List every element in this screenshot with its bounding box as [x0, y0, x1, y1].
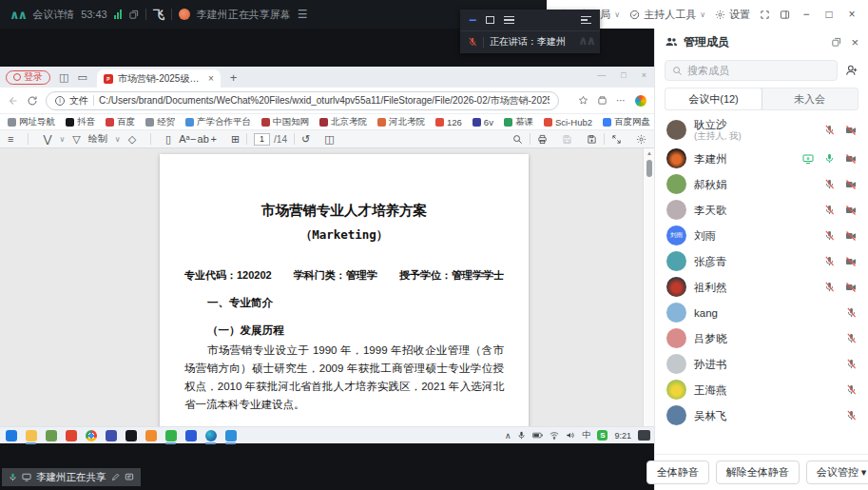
- member-row[interactable]: 祖利然: [655, 274, 868, 300]
- meeting-detail-link[interactable]: 会议详情: [32, 8, 74, 22]
- pill-pen-icon[interactable]: [111, 473, 120, 481]
- member-row[interactable]: 耿立沙(主持人, 我): [655, 114, 868, 146]
- bookmark-item[interactable]: Sci-Hub2: [544, 117, 592, 127]
- host-tools-button[interactable]: 主持人工具∨: [629, 8, 705, 22]
- camera-off-icon[interactable]: [845, 230, 857, 242]
- scrollbar-thumb[interactable]: [646, 160, 652, 177]
- page-view-icon[interactable]: ◫: [324, 133, 334, 146]
- settings-button[interactable]: 设置: [715, 8, 750, 22]
- back-icon[interactable]: [8, 95, 19, 107]
- camera-off-icon[interactable]: [845, 256, 857, 267]
- menu-icon[interactable]: ☰: [298, 8, 307, 21]
- search-member-input[interactable]: [687, 65, 830, 76]
- fit-page-icon[interactable]: ⊞: [231, 133, 240, 146]
- mic-muted-icon[interactable]: [824, 125, 835, 135]
- side-panel-toggle-icon[interactable]: [780, 10, 790, 20]
- member-row[interactable]: 刘雨刘雨: [655, 223, 868, 248]
- overlay-member-list-button[interactable]: [504, 16, 514, 25]
- eraser-icon[interactable]: ◇: [128, 133, 136, 146]
- member-row[interactable]: 孙进书: [655, 351, 868, 377]
- browser-tab-active[interactable]: P 市场营销-2025级普通本科专业教… ×: [97, 69, 221, 88]
- highlighter-icon[interactable]: ⋁: [43, 133, 51, 146]
- tray-chevron-icon[interactable]: ∧: [505, 431, 511, 441]
- overlay-minimize-button[interactable]: −: [469, 15, 476, 25]
- bookmark-item[interactable]: 北京考院: [319, 116, 367, 128]
- bookmark-item[interactable]: 6v: [473, 117, 493, 127]
- sharing-indicator-pill[interactable]: 李建州正在共享: [2, 468, 141, 486]
- copilot-icon[interactable]: [635, 95, 646, 107]
- collections-icon[interactable]: [597, 95, 608, 106]
- sogou-ime-icon[interactable]: S: [597, 430, 608, 441]
- url-bar[interactable]: i 文件 C:/Users/brand/Documents/WeChat%20F…: [46, 91, 559, 110]
- minimize-window-button[interactable]: −: [800, 8, 813, 21]
- tray-mic-icon[interactable]: [517, 431, 526, 440]
- mic-muted-icon[interactable]: [824, 282, 835, 292]
- refresh-icon[interactable]: [27, 95, 38, 107]
- add-text-icon[interactable]: ▯: [165, 133, 171, 146]
- add-member-icon[interactable]: [845, 64, 858, 77]
- bookmark-item[interactable]: 中国知网: [261, 116, 309, 128]
- member-row[interactable]: 张彦青: [655, 248, 868, 274]
- taskbar-qq-icon[interactable]: [124, 428, 138, 442]
- search-doc-icon[interactable]: [512, 134, 523, 145]
- popout-icon[interactable]: [128, 10, 139, 20]
- new-tab-button[interactable]: +: [230, 70, 238, 85]
- page-info-icon[interactable]: i: [55, 96, 65, 106]
- tray-ime-indicator[interactable]: 中: [582, 429, 590, 441]
- tab-not-joined[interactable]: 未入会: [762, 88, 858, 109]
- taskbar-wechat-icon[interactable]: [164, 428, 178, 442]
- mic-muted-icon[interactable]: [846, 384, 857, 395]
- bookmark-item[interactable]: 百度网盘: [603, 116, 650, 128]
- save-as-icon[interactable]: [587, 134, 597, 145]
- tray-volume-icon[interactable]: [566, 431, 575, 440]
- bookmark-item[interactable]: 百度: [106, 116, 135, 128]
- mic-muted-icon[interactable]: [824, 205, 835, 215]
- close-window-button[interactable]: ×: [845, 8, 858, 21]
- maximize-window-button[interactable]: □: [822, 8, 836, 21]
- toc-icon[interactable]: ≡: [8, 133, 13, 145]
- pdf-settings-icon[interactable]: [636, 134, 646, 145]
- draw-label[interactable]: 绘制: [88, 132, 107, 146]
- save-icon[interactable]: [562, 134, 572, 145]
- camera-off-icon[interactable]: [845, 282, 857, 293]
- taskbar-app-red-icon[interactable]: [64, 428, 78, 442]
- print-icon[interactable]: [537, 134, 548, 145]
- notification-center-icon[interactable]: [638, 430, 650, 441]
- camera-off-icon[interactable]: [845, 153, 857, 165]
- taskbar-edge-icon[interactable]: [203, 428, 218, 442]
- bookmark-item[interactable]: 网址导航: [8, 116, 55, 128]
- browser-menu-icon[interactable]: ⋯: [616, 95, 627, 106]
- camera-off-icon[interactable]: [845, 125, 857, 136]
- mic-muted-icon[interactable]: [824, 256, 835, 266]
- mic-muted-icon[interactable]: [824, 230, 835, 241]
- tab-in-meeting[interactable]: 会议中(12): [665, 88, 762, 110]
- mic-muted-icon[interactable]: [846, 359, 857, 369]
- member-row[interactable]: kang: [655, 300, 868, 325]
- pdf-scrollbar[interactable]: ▲: [643, 148, 654, 426]
- bookmark-item[interactable]: 河北考院: [377, 116, 425, 128]
- taskbar-app-orange-icon[interactable]: [144, 428, 158, 442]
- taskbar-voov-meeting-icon[interactable]: [223, 428, 238, 442]
- overlay-collapse-button[interactable]: [581, 16, 591, 25]
- expand-icon[interactable]: [611, 134, 622, 145]
- bookmark-item[interactable]: 产学合作平台: [185, 116, 251, 128]
- meeting-control-button[interactable]: 会议管控 ▾: [806, 461, 868, 484]
- mic-muted-icon[interactable]: [846, 333, 857, 343]
- screen-sharing-icon[interactable]: [802, 153, 814, 165]
- member-row[interactable]: 郝秋娟: [655, 171, 868, 197]
- rotate-icon[interactable]: ↺: [301, 133, 310, 146]
- scroll-up-icon[interactable]: ▲: [646, 150, 652, 156]
- unmute-all-button[interactable]: 解除全体静音: [716, 461, 800, 484]
- browser-login-button[interactable]: 登录: [6, 70, 50, 85]
- member-row[interactable]: 吴林飞: [655, 402, 868, 428]
- close-tab-icon[interactable]: ×: [208, 73, 214, 84]
- member-row[interactable]: 吕梦晓: [655, 325, 868, 351]
- mic-muted-icon[interactable]: [824, 179, 835, 189]
- bookmark-item[interactable]: 慕课: [504, 116, 533, 128]
- mic-on-icon[interactable]: [824, 153, 835, 164]
- bookmark-item[interactable]: 抖音: [66, 116, 95, 128]
- taskbar-word-icon[interactable]: [183, 428, 198, 442]
- bookmark-item[interactable]: 经贸: [145, 116, 175, 128]
- zoom-in-icon[interactable]: +: [210, 133, 216, 145]
- page-number-input[interactable]: 1: [254, 133, 270, 146]
